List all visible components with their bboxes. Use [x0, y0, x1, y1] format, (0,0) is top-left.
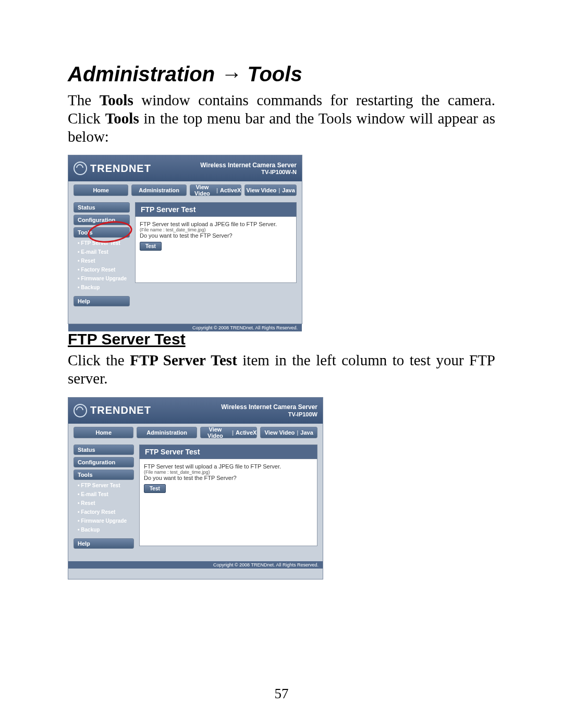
content-area: FTP Server Test FTP Server test will upl… [135, 202, 297, 306]
sidebar-item-reset[interactable]: Reset [74, 257, 130, 264]
menu-admin[interactable]: Administration [137, 427, 197, 438]
sidebar-item-backup[interactable]: Backup [74, 284, 130, 291]
panel-line: Do you want to test the FTP Server? [144, 475, 313, 481]
panel-line: Do you want to test the FTP Server? [140, 232, 292, 239]
page-number: 57 [0, 686, 563, 702]
sidebar-status[interactable]: Status [74, 202, 130, 213]
label: View Video [247, 187, 277, 193]
sidebar: Status Configuration Tools FTP Server Te… [74, 445, 134, 549]
section-heading-ftp: FTP Server Test [68, 330, 495, 348]
menu-viewvideo-activex[interactable]: View Video|ActiveX [200, 427, 258, 438]
sidebar-tools[interactable]: Tools [74, 470, 134, 480]
page-heading: Administration → Tools [68, 63, 495, 86]
separator-icon: | [278, 187, 280, 193]
text-bold: FTP Server Test [130, 352, 237, 368]
header-right: Wireless Internet Camera Server TV-IP100… [200, 162, 297, 176]
text: Click the [68, 352, 130, 368]
sidebar-configuration[interactable]: Configuration [74, 457, 134, 467]
sidebar-tools[interactable]: Tools [74, 227, 130, 238]
label: View Video [201, 426, 230, 439]
label: ActiveX [236, 429, 256, 436]
separator-icon: | [232, 429, 234, 436]
sidebar-item-ftp-test[interactable]: FTP Server Test [74, 240, 130, 246]
logo-text: TRENDNET [90, 163, 151, 175]
app-header: TRENDNET Wireless Internet Camera Server… [68, 398, 323, 424]
screenshot-2: TRENDNET Wireless Internet Camera Server… [68, 397, 323, 579]
sidebar-item-backup[interactable]: Backup [74, 526, 134, 533]
menu-admin[interactable]: Administration [131, 184, 186, 196]
sidebar-item-firmware-upgrade[interactable]: Firmware Upgrade [74, 275, 130, 282]
model-number: TV-IP100W-N [200, 169, 297, 176]
text-bold: Tools [100, 92, 133, 108]
menu-viewvideo-java[interactable]: View Video|Java [244, 184, 297, 196]
header-title: Wireless Internet Camera Server [221, 403, 317, 411]
screenshot-1-wrapper: TRENDNET Wireless Internet Camera Server… [68, 155, 495, 324]
app-footer: Copyright © 2008 TRENDnet. All Rights Re… [68, 324, 302, 331]
header-right: Wireless Internet Camera Server TV-IP100… [221, 403, 317, 418]
sidebar-item-factory-reset[interactable]: Factory Reset [74, 509, 134, 515]
sidebar-item-email-test[interactable]: E-mail Test [74, 491, 134, 498]
menu-viewvideo-activex[interactable]: View Video|ActiveX [190, 184, 242, 196]
label: View Video [190, 184, 214, 196]
sidebar-item-factory-reset[interactable]: Factory Reset [74, 266, 130, 273]
model-number: TV-IP100W [221, 411, 317, 418]
panel-body: FTP Server test will upload a JPEG file … [139, 459, 317, 546]
sidebar-item-reset[interactable]: Reset [74, 500, 134, 507]
sidebar-help[interactable]: Help [74, 296, 130, 306]
text: The [68, 92, 100, 108]
screenshot-1: TRENDNET Wireless Internet Camera Server… [68, 155, 302, 324]
label: View Video [265, 429, 295, 436]
test-button[interactable]: Test [140, 242, 162, 251]
panel-line: FTP Server test will upload a JPEG file … [144, 463, 313, 470]
panel-title: FTP Server Test [139, 445, 317, 459]
separator-icon: | [216, 187, 218, 193]
intro-paragraph: The Tools window contains commands for r… [68, 91, 495, 145]
panel-title: FTP Server Test [135, 202, 297, 217]
sidebar: Status Configuration Tools FTP Server Te… [74, 202, 130, 306]
sidebar-item-ftp-test[interactable]: FTP Server Test [74, 482, 134, 489]
text-bold: Tools [105, 110, 139, 127]
menu-viewvideo-java[interactable]: View Video|Java [260, 427, 317, 438]
label: Java [282, 187, 295, 193]
app-header: TRENDNET Wireless Internet Camera Server… [68, 155, 302, 181]
sidebar-help[interactable]: Help [74, 538, 134, 549]
sidebar-item-email-test[interactable]: E-mail Test [74, 249, 130, 255]
panel-body: FTP Server test will upload a JPEG file … [135, 217, 297, 283]
panel-line-small: (File name : test_date_time.jpg) [144, 470, 313, 475]
menu-home[interactable]: Home [74, 184, 128, 196]
logo-icon [74, 162, 87, 175]
app-body: Status Configuration Tools FTP Server Te… [68, 441, 323, 552]
separator-icon: | [297, 429, 298, 436]
sidebar-item-firmware-upgrade[interactable]: Firmware Upgrade [74, 517, 134, 524]
app-footer: Copyright © 2008 TRENDnet. All Rights Re… [68, 561, 323, 569]
logo-text: TRENDNET [90, 404, 151, 416]
label: Java [300, 429, 313, 436]
logo-icon [74, 404, 87, 417]
panel-line-small: (File name : test_date_time.jpg) [140, 227, 292, 232]
ftp-paragraph: Click the FTP Server Test item in the le… [68, 351, 495, 388]
sidebar-status[interactable]: Status [74, 445, 134, 455]
test-button[interactable]: Test [144, 484, 166, 493]
label: ActiveX [220, 187, 241, 193]
content-area: FTP Server Test FTP Server test will upl… [139, 445, 317, 549]
header-title: Wireless Internet Camera Server [200, 162, 297, 169]
top-menubar: Home Administration View Video|ActiveX V… [68, 424, 323, 441]
top-menubar: Home Administration View Video|ActiveX V… [68, 181, 302, 199]
sidebar-configuration[interactable]: Configuration [74, 215, 130, 225]
panel-line: FTP Server test will upload a JPEG file … [140, 221, 292, 227]
app-body: Status Configuration Tools FTP Server Te… [68, 199, 302, 310]
menu-home[interactable]: Home [74, 427, 133, 438]
